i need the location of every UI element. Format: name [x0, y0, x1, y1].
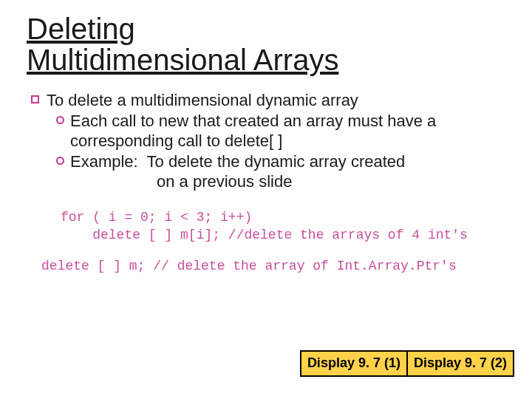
sub1-text: Each call to new that created an array m…	[70, 111, 510, 151]
slide-title: Deleting Multidimensional Arrays	[27, 13, 510, 75]
title-line-1: Deleting	[27, 13, 135, 45]
bullet-level-1: To delete a multidimensional dynamic arr…	[31, 90, 510, 111]
example-label: Example:	[70, 152, 138, 171]
circle-bullet-icon	[56, 116, 64, 124]
example-rest: To delete the dynamic array created	[147, 152, 406, 171]
display-button-2[interactable]: Display 9. 7 (2)	[406, 350, 514, 377]
square-bullet-icon	[31, 95, 39, 103]
bullet-level-2-item-1: Each call to new that created an array m…	[56, 111, 510, 151]
bullet-main-text: To delete a multidimensional dynamic arr…	[47, 90, 358, 111]
bullet-level-2-item-2: Example: To delete the dynamic array cre…	[56, 151, 510, 172]
title-line-2: Multidimensional Arrays	[27, 44, 338, 76]
code-line: for ( i = 0; i < 3; i++)	[61, 210, 252, 225]
sub2-line2: on a previous slide	[157, 171, 510, 192]
code-block-2: delete [ ] m; // delete the array of Int…	[41, 257, 510, 275]
code-line: delete [ ] m; // delete the array of Int…	[41, 259, 457, 273]
display-button-1[interactable]: Display 9. 7 (1)	[300, 350, 408, 377]
code-block-1: for ( i = 0; i < 3; i++) delete [ ] m[i]…	[61, 208, 510, 245]
slide: Deleting Multidimensional Arrays To dele…	[0, 0, 532, 399]
circle-bullet-icon	[56, 157, 64, 165]
sub2-line1: Example: To delete the dynamic array cre…	[70, 151, 405, 172]
code-line: delete [ ] m[i]; //delete the arrays of …	[61, 228, 468, 242]
button-row: Display 9. 7 (1) Display 9. 7 (2)	[300, 350, 514, 377]
